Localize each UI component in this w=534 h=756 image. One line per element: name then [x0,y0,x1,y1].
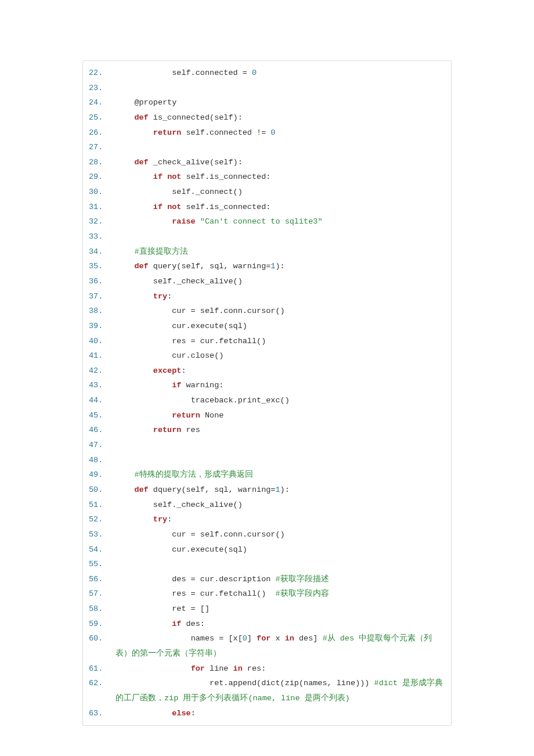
line-content [116,229,445,244]
code-line: 50. def dquery(self, sql, warning=1): [89,483,445,498]
code-line: 56. des = cur.description #获取字段描述 [89,572,445,587]
code-line: 60. names = [x[0] for x in des] #从 des 中… [89,631,445,661]
line-number: 48. [89,453,116,468]
code-line: 43. if warning: [89,378,445,393]
code-line: 24. @property [89,95,445,110]
line-content: self._check_alive() [116,498,445,513]
line-number: 44. [89,393,116,408]
code-line: 27. [89,140,445,155]
line-content: self._check_alive() [116,274,445,289]
line-content: res = cur.fetchall() #获取字段内容 [116,586,445,602]
code-line: 54. cur.execute(sql) [89,542,445,557]
code-line: 51. self._check_alive() [89,498,445,513]
line-content: if des: [116,617,445,632]
line-number: 37. [89,289,116,304]
line-content: @property [116,95,445,110]
line-number: 25. [89,110,116,125]
line-number: 62. [89,676,116,691]
line-content: return res [116,423,445,438]
line-number: 59. [89,617,116,632]
line-number: 33. [89,229,116,244]
line-content [116,557,445,572]
code-block: 22. self.connected = 023. 24. @property2… [82,60,452,726]
line-number: 23. [89,81,116,96]
line-number: 63. [89,706,116,721]
code-line: 33. [89,229,445,244]
code-line: 53. cur = self.conn.cursor() [89,527,445,542]
code-line: 39. cur.execute(sql) [89,319,445,334]
line-content: cur.close() [116,348,445,363]
line-number: 50. [89,483,116,498]
line-number: 22. [89,66,116,81]
code-line: 63. else: [89,706,445,721]
line-number: 61. [89,661,116,676]
line-content: except: [116,363,445,379]
line-content: try: [116,289,445,304]
code-line: 41. cur.close() [89,348,445,363]
line-content: cur.execute(sql) [116,319,445,334]
line-number: 46. [89,423,116,438]
line-number: 53. [89,527,116,542]
line-number: 43. [89,378,116,393]
line-content: res = cur.fetchall() [116,334,445,349]
code-line: 57. res = cur.fetchall() #获取字段内容 [89,586,445,602]
line-number: 34. [89,244,116,260]
code-line: 58. ret = [] [89,602,445,617]
line-number: 45. [89,408,116,423]
line-content: if warning: [116,378,445,393]
code-line: 46. return res [89,423,445,438]
line-number: 24. [89,95,116,110]
line-content: cur.execute(sql) [116,542,445,557]
line-content: def query(self, sql, warning=1): [116,259,445,274]
code-line: 36. self._check_alive() [89,274,445,289]
line-number: 51. [89,498,116,513]
line-content: def dquery(self, sql, warning=1): [116,483,445,498]
code-line: 35. def query(self, sql, warning=1): [89,259,445,274]
line-number: 58. [89,602,116,617]
code-line: 26. return self.connected != 0 [89,125,445,141]
code-line: 52. try: [89,512,445,527]
line-number: 26. [89,125,116,141]
code-line: 38. cur = self.conn.cursor() [89,304,445,319]
line-content: #直接提取方法 [116,244,445,260]
code-line: 40. res = cur.fetchall() [89,334,445,349]
code-line: 44. traceback.print_exc() [89,393,445,408]
line-number: 39. [89,319,116,334]
line-content: return self.connected != 0 [116,125,445,141]
code-line: 47. [89,438,445,453]
line-number: 47. [89,438,116,453]
code-line: 37. try: [89,289,445,304]
line-content: for line in res: [116,661,445,676]
line-number: 32. [89,214,116,229]
code-line: 32. raise "Can't connect to sqlite3" [89,214,445,229]
line-number: 27. [89,140,116,155]
line-content: #特殊的提取方法，形成字典返回 [116,467,445,483]
line-number: 40. [89,334,116,349]
code-line: 42. except: [89,363,445,379]
line-number: 56. [89,572,116,587]
code-line: 49. #特殊的提取方法，形成字典返回 [89,467,445,483]
line-content: cur = self.conn.cursor() [116,304,445,319]
line-content [116,81,445,96]
line-number: 42. [89,363,116,379]
code-line: 61. for line in res: [89,661,445,676]
line-content: self._connect() [116,185,445,200]
page: 22. self.connected = 023. 24. @property2… [0,0,534,756]
line-number: 29. [89,170,116,185]
code-line: 55. [89,557,445,572]
line-number: 52. [89,512,116,527]
line-content: cur = self.conn.cursor() [116,527,445,542]
line-content: raise "Can't connect to sqlite3" [116,214,445,229]
line-number: 30. [89,185,116,200]
line-content: def _check_alive(self): [116,155,445,170]
line-content: ret.append(dict(zip(names, line))) #dict… [116,676,445,705]
line-number: 28. [89,155,116,170]
line-content: ret = [] [116,602,445,617]
line-content: self.connected = 0 [116,66,445,81]
line-content [116,438,445,453]
line-content: if not self.is_connected: [116,170,445,185]
code-line: 23. [89,81,445,96]
line-number: 31. [89,200,116,215]
code-line: 28. def _check_alive(self): [89,155,445,170]
line-content: return None [116,408,445,423]
